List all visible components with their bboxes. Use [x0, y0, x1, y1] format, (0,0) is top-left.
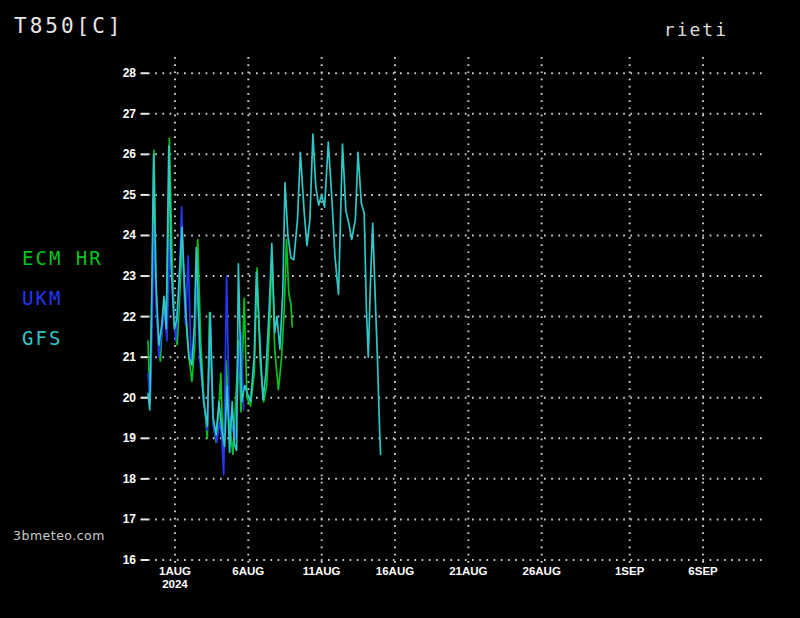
y-axis-label-21: 21	[108, 350, 136, 364]
y-axis-label-20: 20	[108, 391, 136, 405]
meteogram-page: T850[C] rieti ECM HR UKM GFS 3bmeteo.com…	[0, 0, 800, 618]
y-axis-label-25: 25	[108, 188, 136, 202]
x-axis-label-1SEP: 1SEP	[600, 565, 660, 578]
legend-item-gfs: GFS	[22, 318, 103, 358]
x-axis-label-26AUG: 26AUG	[512, 565, 572, 578]
x-axis-label-21AUG: 21AUG	[438, 565, 498, 578]
x-axis-label-1AUG: 1AUG 2024	[145, 565, 205, 591]
y-axis-label-18: 18	[108, 472, 136, 486]
legend-item-ukm: UKM	[22, 278, 103, 318]
y-axis-label-16: 16	[108, 553, 136, 567]
legend-item-ecm-hr: ECM HR	[22, 238, 103, 278]
chart-title: T850[C]	[14, 14, 124, 38]
x-axis-label-6AUG: 6AUG	[218, 565, 278, 578]
y-axis-label-26: 26	[108, 147, 136, 161]
y-axis-label-27: 27	[108, 107, 136, 121]
x-axis-label-11AUG: 11AUG	[292, 565, 352, 578]
y-axis-label-23: 23	[108, 269, 136, 283]
y-axis-label-22: 22	[108, 310, 136, 324]
watermark-3bmeteo: 3bmeteo.com	[13, 528, 105, 543]
chart-legend: ECM HR UKM GFS	[22, 238, 103, 358]
y-axis-label-24: 24	[108, 228, 136, 242]
x-axis-label-16AUG: 16AUG	[365, 565, 425, 578]
y-axis-label-19: 19	[108, 431, 136, 445]
x-axis-label-6SEP: 6SEP	[673, 565, 733, 578]
y-axis-label-28: 28	[108, 66, 136, 80]
location-label: rieti	[664, 19, 728, 40]
series-line-gfs	[148, 134, 381, 454]
y-axis-label-17: 17	[108, 512, 136, 526]
